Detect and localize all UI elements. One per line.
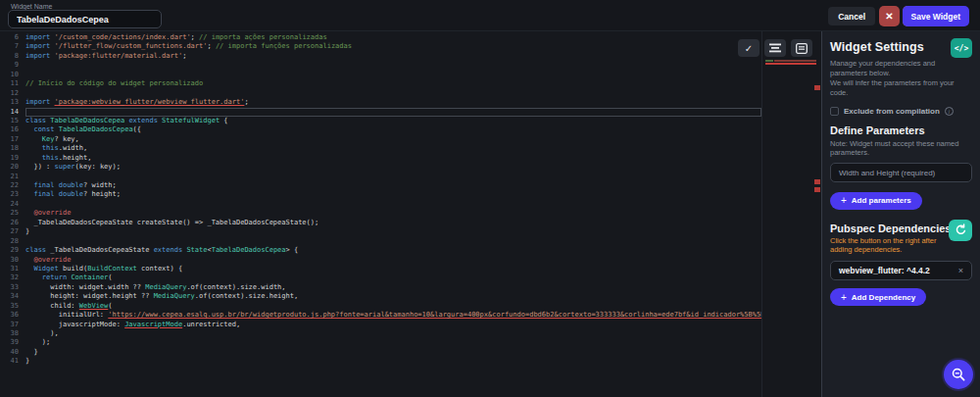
remove-dependency-icon[interactable]: ×	[958, 266, 963, 275]
line-number: 8	[0, 52, 25, 61]
code-text	[25, 61, 761, 70]
error-ruler-mark	[814, 179, 820, 184]
compile-check-button[interactable]: ✓	[738, 39, 760, 57]
line-number: 26	[0, 219, 25, 227]
exclude-compilation-checkbox[interactable]	[830, 107, 839, 116]
code-line[interactable]: 30 @override	[0, 256, 761, 265]
code-line[interactable]: 38 ),	[0, 329, 761, 338]
code-line[interactable]: 41}	[0, 357, 761, 366]
code-editor[interactable]: 6import '/custom_code/actions/index.dart…	[0, 31, 821, 397]
zoom-icon	[951, 367, 966, 382]
line-number: 29	[0, 246, 25, 255]
code-text: const TabelaDeDadosCepea({	[25, 125, 761, 134]
code-line[interactable]: 8import 'package:flutter/material.dart';	[0, 52, 761, 61]
dependency-row[interactable]: webview_flutter: ^4.4.2 ×	[830, 261, 972, 280]
line-number: 12	[0, 89, 25, 98]
line-number: 35	[0, 302, 25, 311]
line-number: 23	[0, 190, 25, 199]
code-line[interactable]: 10	[0, 71, 761, 79]
code-line[interactable]: 34 height: widget.height ?? MediaQuery.o…	[0, 292, 761, 301]
exclude-compilation-row[interactable]: Exclude from compilation i	[830, 107, 972, 116]
line-number: 38	[0, 329, 25, 338]
dependency-name: webview_flutter: ^4.4.2	[839, 266, 958, 275]
panel-description-2: We will infer the parameters from your c…	[830, 78, 956, 97]
console-panel-button[interactable]	[791, 39, 812, 57]
code-text: class TabelaDeDadosCepea extends Statefu…	[25, 117, 761, 125]
define-parameters-note: Note: Widget must accept these named par…	[830, 139, 972, 157]
code-line[interactable]: 26 _TabelaDeDadosCepeaState createState(…	[0, 219, 761, 227]
widget-name-input[interactable]	[8, 10, 162, 28]
code-line[interactable]: 19 this.height,	[0, 154, 761, 163]
code-lines[interactable]: 6import '/custom_code/actions/index.dart…	[0, 31, 761, 397]
code-line[interactable]: 14	[0, 108, 761, 117]
code-text: Key? key,	[25, 135, 761, 144]
add-parameters-button[interactable]: + Add parameters	[830, 192, 922, 210]
widget-name-label: Widget Name	[11, 3, 52, 10]
line-number: 18	[0, 144, 25, 153]
view-code-button[interactable]: </>	[951, 38, 972, 58]
line-number: 11	[0, 79, 25, 88]
code-line[interactable]: 28	[0, 237, 761, 246]
code-line[interactable]: 20 }) : super(key: key);	[0, 163, 761, 172]
code-line[interactable]: 23 final double? height;	[0, 190, 761, 199]
code-line[interactable]: 18 this.width,	[0, 144, 761, 153]
code-line[interactable]: 9	[0, 61, 761, 70]
code-line[interactable]: 7import '/flutter_flow/custom_functions.…	[0, 42, 761, 51]
code-text: final double? width;	[25, 181, 761, 190]
refresh-dependencies-button[interactable]	[949, 220, 972, 241]
code-line[interactable]: 13import 'package:webview_flutter/webvie…	[0, 98, 761, 107]
zoom-search-button[interactable]	[944, 360, 973, 389]
code-text	[25, 237, 761, 246]
code-line[interactable]: 17 Key? key,	[0, 135, 761, 144]
line-number: 22	[0, 181, 25, 190]
code-line[interactable]: 21	[0, 173, 761, 181]
code-line[interactable]: 27}	[0, 227, 761, 236]
code-line[interactable]: 6import '/custom_code/actions/index.dart…	[0, 33, 761, 42]
code-text: }) : super(key: key);	[25, 163, 761, 172]
code-line[interactable]: 29class _TabelaDeDadosCepeaState extends…	[0, 246, 761, 255]
save-widget-button[interactable]: Save Widget	[903, 6, 969, 26]
code-line[interactable]: 37 javascriptMode: JavascriptMode.unrest…	[0, 321, 761, 329]
add-dependency-button[interactable]: + Add Dependency	[830, 288, 926, 306]
line-number: 41	[0, 357, 25, 366]
code-line[interactable]: 33 width: widget.width ?? MediaQuery.of(…	[0, 283, 761, 292]
code-line[interactable]: 11// Início do código do widget personal…	[0, 79, 761, 88]
code-line[interactable]: 40 }	[0, 348, 761, 357]
code-line[interactable]: 36 initialUrl: 'https://www.cepea.esalq.…	[0, 311, 761, 320]
code-text: );	[25, 338, 761, 347]
info-icon: i	[945, 107, 954, 116]
editor-toolbar: ✓	[738, 39, 812, 57]
delete-widget-button[interactable]: ✕	[879, 6, 900, 26]
line-number: 7	[0, 42, 25, 51]
plus-icon: +	[841, 292, 847, 303]
line-number: 40	[0, 348, 25, 357]
code-line[interactable]: 22 final double? width;	[0, 181, 761, 190]
code-text: initialUrl: 'https://www.cepea.esalq.usp…	[25, 311, 761, 320]
code-line[interactable]: 35 child: WebView(	[0, 302, 761, 311]
code-line[interactable]: 31 Widget build(BuildContext context) {	[0, 265, 761, 273]
line-number: 30	[0, 256, 25, 265]
code-line[interactable]: 25 @override	[0, 209, 761, 218]
width-height-parameter-field[interactable]: Width and Height (required)	[830, 163, 972, 182]
close-icon: ✕	[885, 11, 893, 22]
code-text: import '/flutter_flow/custom_functions.d…	[25, 42, 761, 51]
line-number: 19	[0, 154, 25, 163]
line-number: 25	[0, 209, 25, 218]
code-text	[25, 71, 761, 79]
code-text: this.width,	[25, 144, 761, 153]
code-line[interactable]: 15class TabelaDeDadosCepea extends State…	[0, 117, 761, 125]
console-panel-icon	[796, 43, 808, 54]
code-text: // Início do código do widget personaliz…	[25, 79, 761, 88]
code-line[interactable]: 32 return Container(	[0, 273, 761, 282]
format-code-button[interactable]	[764, 39, 786, 57]
exclude-compilation-label: Exclude from compilation	[844, 107, 940, 116]
code-text: this.height,	[25, 154, 761, 163]
minimap-scrollbar[interactable]	[761, 31, 821, 397]
code-line[interactable]: 16 const TabelaDeDadosCepea({	[0, 125, 761, 134]
code-line[interactable]: 39 );	[0, 338, 761, 347]
code-line[interactable]: 24	[0, 200, 761, 209]
code-text: import 'package:webview_flutter/webview_…	[25, 98, 761, 107]
cancel-button[interactable]: Cancel	[828, 7, 875, 25]
code-line[interactable]: 12	[0, 89, 761, 98]
plus-icon: +	[841, 195, 847, 206]
